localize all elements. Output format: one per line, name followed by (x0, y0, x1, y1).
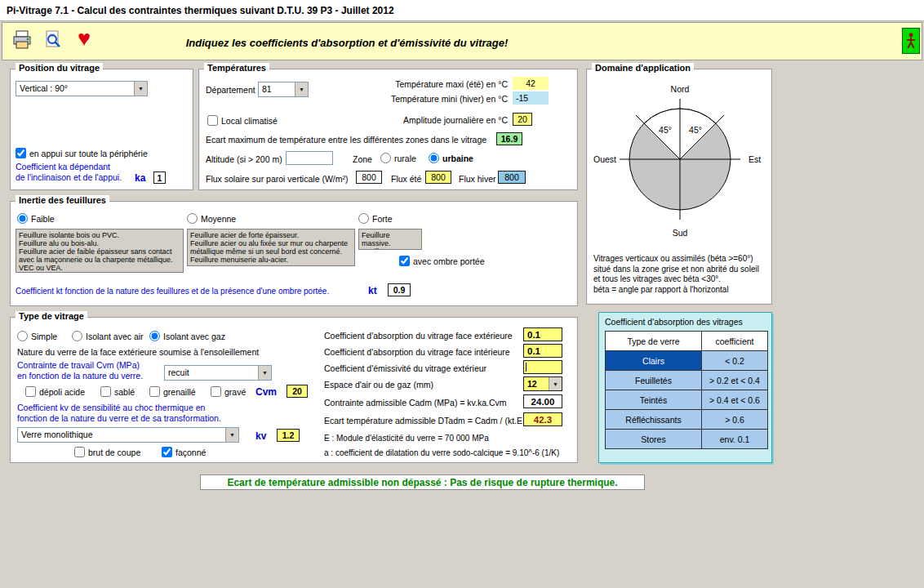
ombre-portee-checkbox[interactable] (399, 256, 410, 266)
glass-type-cell[interactable]: Teintés (606, 390, 702, 410)
espace-select[interactable]: 12 ▼ (523, 376, 562, 391)
coef-cell: > 0.6 (702, 410, 768, 430)
vitrage-isolant-gaz-radio[interactable] (149, 331, 160, 341)
window-title: Pi-Vitrage 7.1 - Calcul des contraintes … (7, 5, 394, 16)
cvm-nature-value: recuit (165, 366, 258, 380)
chevron-down-icon: ▼ (225, 428, 238, 442)
chevron-down-icon: ▼ (258, 366, 271, 380)
ombre-portee-label: avec ombre portée (413, 256, 485, 266)
coef-cell: > 0.2 et < 0.4 (702, 371, 768, 390)
inertie-faible-radio[interactable] (17, 213, 28, 224)
grenaille-checkbox[interactable] (149, 386, 160, 397)
zone-rurale-radio[interactable] (380, 153, 391, 163)
abs-ext-field[interactable]: 0.1 (523, 327, 562, 341)
kv-type-select[interactable]: Verre monolithique ▼ (17, 427, 239, 443)
coef-cell: > 0.4 et < 0.6 (702, 390, 768, 410)
favorite-button[interactable]: ♥ (72, 25, 96, 51)
window-titlebar: Pi-Vitrage 7.1 - Calcul des contraintes … (0, 0, 924, 21)
ka-note: Coefficient ka dépendant de l'inclinaiso… (16, 162, 122, 183)
table-row[interactable]: Clairs < 0.2 (606, 351, 768, 371)
glass-type-cell[interactable]: Stores (606, 430, 702, 449)
vitrage-isolant-air-radio[interactable] (72, 331, 82, 341)
cvm-note: Contrainte de travail Cvm (MPa) en fonct… (17, 360, 143, 381)
inertie-forte-radio[interactable] (358, 213, 369, 224)
dtadm-label: Ecart température admissible DTadm = Cad… (324, 416, 532, 425)
departement-select[interactable]: 81 ▼ (258, 82, 309, 97)
temp-maxi-field[interactable]: 42 (513, 77, 549, 90)
zone-label: Zone (353, 154, 372, 164)
zone-urbaine-radio[interactable] (429, 153, 439, 163)
local-climatise-checkbox[interactable] (207, 115, 218, 126)
exit-person-icon (905, 32, 917, 50)
compass-south-label: Sud (587, 228, 773, 238)
vitrage-simple-radio[interactable] (17, 331, 28, 341)
orientation-select[interactable]: Vertical : 90° ▼ (16, 81, 148, 96)
sable-checkbox[interactable] (100, 386, 111, 397)
glass-type-cell[interactable]: Clairs (606, 351, 702, 371)
angle-left-label: 45° (659, 125, 672, 135)
flux-label: Flux solaire sur paroi verticale (W/m²) (206, 174, 348, 184)
coef-cell: env. 0.1 (702, 430, 768, 449)
flux-ete-field[interactable]: 800 (425, 171, 451, 184)
inertie-moyenne-radio[interactable] (187, 213, 198, 224)
text-caret (526, 363, 526, 372)
emissivite-field[interactable] (523, 360, 562, 374)
altitude-input[interactable] (286, 151, 333, 165)
cvm-label: Cvm (255, 386, 277, 398)
altitude-label: Altitude (si > 200 m) (206, 154, 282, 164)
absorption-table: Type de verre coefficient Clairs < 0.2 F… (605, 331, 768, 449)
ecart-value: 16.9 (496, 132, 522, 145)
table-row[interactable]: Feuilletés > 0.2 et < 0.4 (606, 371, 768, 390)
status-message: Ecart de température admissible non dépa… (200, 474, 645, 490)
vitrage-isolant-air-label: Isolant avec air (86, 332, 144, 341)
vitrage-isolant-gaz-label: Isolant avec gaz (163, 332, 225, 341)
faconne-checkbox[interactable] (162, 447, 172, 457)
table-header-row: Type de verre coefficient (606, 332, 768, 351)
print-preview-icon (42, 29, 64, 51)
inertie-forte-desc: Feuillure massive. Feuillure minérale. (358, 229, 422, 250)
emissivite-label: Coefficient d'émissivité du vitrage exté… (324, 363, 486, 373)
domaine-frame: Domaine d'application Nord 45° 45° Ouest… (586, 69, 772, 305)
glass-type-cell[interactable]: Feuilletés (606, 371, 702, 390)
cvm-value: 20 (287, 385, 308, 398)
coef-cell: < 0.2 (702, 351, 768, 371)
appui-checkbox[interactable] (16, 148, 26, 158)
inertie-moyenne-label: Moyenne (201, 214, 236, 224)
depoli-checkbox[interactable] (25, 386, 36, 397)
cvm-nature-select[interactable]: recuit ▼ (164, 365, 272, 381)
amplitude-label: Amplitude journalière en °C (336, 115, 508, 125)
glass-type-cell[interactable]: Réfléchissants (606, 410, 702, 430)
chevron-down-icon: ▼ (295, 82, 308, 96)
table-row[interactable]: Teintés > 0.4 et < 0.6 (606, 390, 768, 410)
cadm-value: 24.00 (523, 394, 562, 408)
domaine-frame-title: Domaine d'application (592, 63, 694, 73)
grave-checkbox[interactable] (211, 386, 221, 397)
dilatation-label: a : coefficient de dilatation du verre s… (324, 448, 559, 457)
exit-button[interactable] (902, 28, 920, 54)
ka-value: 1 (153, 172, 166, 184)
domaine-note: Vitrages verticaux ou assimilés (béta >=… (593, 254, 770, 295)
flux-field[interactable]: 800 (356, 171, 382, 184)
table-header-type: Type de verre (606, 332, 702, 351)
absorption-panel: Coefficient d'absorption des vitrages Ty… (598, 312, 772, 463)
brut-coupe-checkbox[interactable] (74, 447, 85, 457)
departement-label: Département (206, 85, 255, 95)
print-button[interactable] (10, 27, 34, 53)
table-header-coef: coefficient (702, 332, 768, 351)
temp-mini-field[interactable]: -15 (513, 91, 549, 105)
local-climatise-label: Local climatisé (221, 116, 278, 126)
preview-button[interactable] (41, 27, 65, 53)
table-row[interactable]: Réfléchissants > 0.6 (606, 410, 768, 430)
amplitude-field[interactable]: 20 (513, 113, 532, 126)
table-row[interactable]: Stores env. 0.1 (606, 430, 768, 449)
vitrage-simple-label: Simple (31, 332, 57, 341)
abs-int-field[interactable]: 0.1 (523, 344, 562, 358)
kv-note: Coefficient kv de sensibilité au choc th… (17, 403, 221, 423)
kv-type-value: Verre monolithique (18, 428, 225, 442)
compass-diagram: 45° 45° (615, 97, 745, 221)
kt-note: Coefficient kt fonction de la nature des… (16, 287, 329, 296)
kt-value: 0.9 (388, 283, 411, 296)
flux-hiver-field[interactable]: 800 (498, 171, 526, 184)
compass-west-label: Ouest (593, 154, 616, 164)
vitrage-frame-title: Type de vitrage (16, 311, 87, 321)
